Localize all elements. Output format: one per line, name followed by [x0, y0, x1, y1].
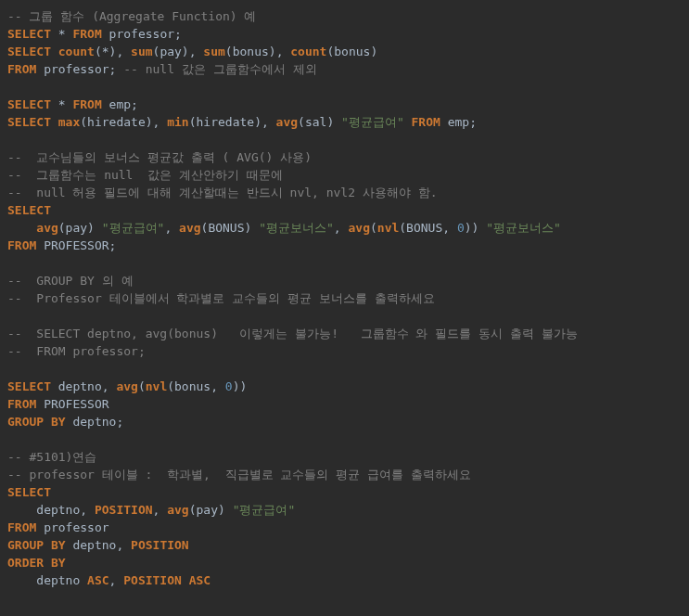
- code-line: [7, 360, 682, 378]
- code-line: deptno ASC, POSITION ASC: [7, 571, 682, 589]
- code-line: deptno, POSITION, avg(pay) "평균급여": [7, 501, 682, 519]
- code-line: GROUP BY deptno, POSITION: [7, 536, 682, 554]
- token-keyword: nvl: [146, 379, 167, 393]
- token-keyword: sum: [131, 45, 152, 58]
- token-ident: deptno;: [66, 415, 124, 429]
- token-paren: (pay),: [153, 45, 204, 58]
- token-ident: PROFESSOR;: [36, 238, 116, 252]
- token-keyword: SELECT: [7, 485, 51, 499]
- token-comment: -- null 값은 그룹함수에서 제외: [123, 62, 316, 76]
- token-paren: (*),: [95, 45, 131, 58]
- code-line: [7, 430, 682, 448]
- token-ident: PROFESSOR: [36, 397, 108, 411]
- code-line: -- Professor 테이블에서 학과별로 교수들의 평균 보너스를 출력하…: [7, 289, 682, 307]
- token-keyword: max: [58, 115, 80, 129]
- code-line: -- #5101)연습: [7, 448, 682, 466]
- token-paren: (: [370, 221, 377, 235]
- token-string: "평균급여": [102, 221, 165, 235]
- code-line: -- SELECT deptno, avg(bonus) 이렇게는 불가능! 그…: [7, 325, 682, 342]
- token-comment: -- GROUP BY 의 예: [7, 274, 134, 288]
- token-keyword: FROM: [7, 238, 36, 252]
- token-keyword: FROM: [7, 62, 36, 76]
- code-line: [7, 78, 682, 96]
- token-ident: ,: [153, 503, 168, 517]
- token-keyword: avg: [349, 221, 370, 235]
- code-line: -- null 허용 필드에 대해 계산할때는 반드시 nvl, nvl2 사용…: [7, 184, 682, 201]
- token-comment: -- professor 테이블 : 학과별, 직급별로 교수들의 평균 급여를…: [7, 468, 471, 481]
- token-keyword: min: [167, 115, 188, 129]
- token-ident: professor: [36, 520, 108, 534]
- token-keyword: FROM: [72, 27, 101, 41]
- token-paren: ,: [334, 221, 349, 235]
- code-line: -- 교수님들의 보너스 평균값 출력 ( AVG() 사용): [7, 148, 682, 166]
- code-line: SELECT * FROM professor;: [7, 25, 682, 43]
- code-line: SELECT * FROM emp;: [7, 96, 682, 113]
- code-line: FROM professor: [7, 519, 682, 536]
- code-line: avg(pay) "평균급여", avg(BONUS) "평균보너스", avg…: [7, 219, 682, 237]
- token-keyword: POSITION: [131, 538, 189, 552]
- token-comment: -- Professor 테이블에서 학과별로 교수들의 평균 보너스를 출력하…: [7, 291, 435, 305]
- token-keyword: SELECT: [7, 97, 51, 111]
- token-ident: [404, 115, 412, 129]
- token-ident: deptno,: [51, 379, 116, 393]
- code-line: SELECT max(hiredate), min(hiredate), avg…: [7, 113, 682, 131]
- token-keyword: nvl: [377, 221, 399, 235]
- token-keyword: GROUP BY: [7, 538, 66, 552]
- token-comment: -- #5101)연습: [7, 450, 96, 464]
- code-line: FROM PROFESSOR: [7, 395, 682, 413]
- token-num: 0: [457, 221, 465, 235]
- token-string: "평균보너스": [259, 221, 334, 235]
- code-line: -- professor 테이블 : 학과별, 직급별로 교수들의 평균 급여를…: [7, 466, 682, 483]
- token-paren: (pay): [58, 221, 102, 235]
- code-line: SELECT deptno, avg(nvl(bonus, 0)): [7, 378, 682, 395]
- token-comment: -- null 허용 필드에 대해 계산할때는 반드시 nvl, nvl2 사용…: [7, 186, 438, 199]
- token-keyword: count: [58, 45, 95, 58]
- token-keyword: SELECT: [7, 27, 51, 41]
- token-paren: (: [138, 379, 146, 393]
- code-line: [7, 254, 682, 272]
- token-ident: ,: [109, 573, 124, 587]
- token-paren: (hiredate),: [189, 115, 276, 129]
- token-keyword: FROM: [7, 397, 36, 411]
- code-editor[interactable]: -- 그룹 함수 (Aggregate Function) 예SELECT * …: [7, 7, 682, 589]
- token-ident: [7, 221, 36, 235]
- code-line: GROUP BY deptno;: [7, 413, 682, 430]
- token-paren: (bonus,: [167, 379, 225, 393]
- code-line: [7, 307, 682, 325]
- token-ident: [51, 115, 58, 129]
- code-line: SELECT count(*), sum(pay), sum(bonus), c…: [7, 43, 682, 60]
- token-keyword: POSITION ASC: [123, 573, 211, 587]
- token-keyword: GROUP BY: [7, 415, 66, 429]
- token-comment: -- FROM professor;: [7, 344, 146, 358]
- token-paren: (sal): [298, 115, 341, 129]
- token-ident: deptno,: [7, 503, 95, 517]
- token-ident: professor;: [102, 27, 182, 41]
- token-paren: (hiredate),: [80, 115, 167, 129]
- token-ident: professor;: [36, 62, 123, 76]
- code-line: ORDER BY: [7, 554, 682, 571]
- token-comment: -- 그룹 함수 (Aggregate Function) 예: [7, 9, 257, 23]
- token-keyword: FROM: [72, 97, 101, 111]
- token-paren: (BONUS,: [399, 221, 457, 235]
- code-line: FROM PROFESSOR;: [7, 237, 682, 254]
- code-line: SELECT: [7, 483, 682, 501]
- token-paren: )): [465, 221, 486, 235]
- token-comment: -- 교수님들의 보너스 평균값 출력 ( AVG() 사용): [7, 150, 312, 164]
- code-line: -- 그룹 함수 (Aggregate Function) 예: [7, 7, 682, 25]
- token-paren: (bonus),: [225, 45, 290, 58]
- token-string: "평균보너스": [486, 221, 561, 235]
- token-paren: )): [233, 379, 248, 393]
- token-paren: ,: [164, 221, 179, 235]
- token-keyword: avg: [167, 503, 188, 517]
- token-paren: (pay): [189, 503, 233, 517]
- token-string: "평균급여": [341, 115, 404, 129]
- token-keyword: avg: [276, 115, 298, 129]
- token-ident: emp;: [102, 97, 138, 111]
- code-line: -- GROUP BY 의 예: [7, 272, 682, 289]
- token-ident: [51, 45, 58, 58]
- token-keyword: FROM: [7, 520, 36, 534]
- token-keyword: avg: [179, 221, 200, 235]
- code-line: FROM professor; -- null 값은 그룹함수에서 제외: [7, 60, 682, 78]
- code-line: SELECT: [7, 201, 682, 219]
- code-line: -- 그룹함수는 null 값은 계산안하기 때문에: [7, 166, 682, 184]
